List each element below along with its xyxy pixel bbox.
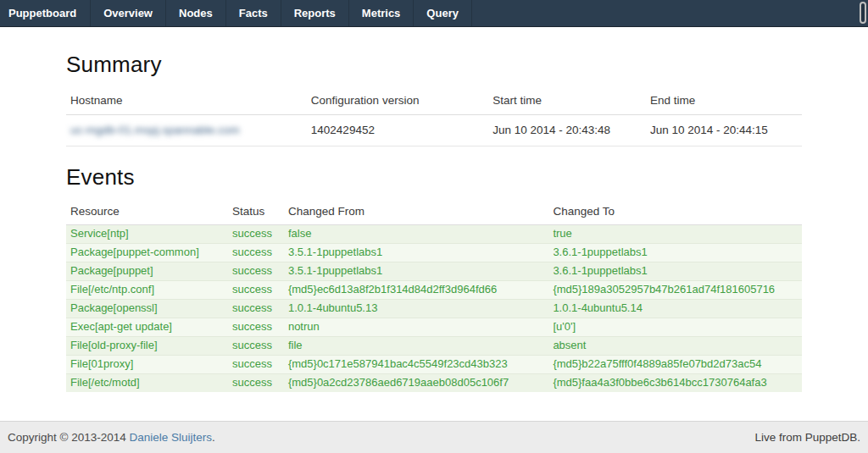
events-col-resource: Resource — [66, 201, 228, 225]
summary-col-hostname: Hostname — [66, 89, 307, 115]
navbar: Puppetboard Overview Nodes Facts Reports… — [0, 0, 868, 27]
resource-cell: Package[puppet] — [66, 262, 228, 281]
resource-cell: File[/etc/motd] — [66, 374, 228, 393]
events-heading: Events — [66, 164, 802, 191]
changed-to-cell: 3.6.1-1puppetlabs1 — [548, 244, 802, 262]
resource-cell: Package[puppet-common] — [66, 244, 228, 262]
nav-item-overview[interactable]: Overview — [91, 0, 166, 26]
live-from-puppetdb-text: Live from PuppetDB. — [754, 422, 860, 453]
changed-from-cell: {md5}0c171e587941bac4c5549f23cd43b323 — [284, 356, 548, 374]
event-row: Package[puppet]success3.5.1-1puppetlabs1… — [66, 262, 802, 281]
summary-heading: Summary — [66, 52, 802, 78]
event-row: Service[ntp]successfalsetrue — [66, 225, 802, 244]
changed-from-cell: 3.5.1-1puppetlabs1 — [284, 262, 548, 281]
status-cell: success — [228, 244, 284, 262]
end-time-cell: Jun 10 2014 - 20:44:15 — [646, 115, 802, 146]
hostname-cell: uc-mgdb-01.mspj.spannable.com — [66, 115, 307, 146]
changed-to-cell: {md5}faa4a3f0bbe6c3b614bcc1730764afa3 — [548, 374, 802, 393]
changed-from-cell: 3.5.1-1puppetlabs1 — [284, 244, 548, 262]
main-content: Summary Hostname Configuration version S… — [66, 52, 802, 392]
resource-cell: File[/etc/ntp.conf] — [66, 281, 228, 300]
summary-row: uc-mgdb-01.mspj.spannable.com 1402429452… — [66, 115, 802, 146]
resource-cell: File[01proxy] — [66, 356, 228, 374]
status-cell: success — [228, 300, 284, 318]
summary-col-config-version: Configuration version — [307, 89, 488, 115]
changed-from-cell: 1.0.1-4ubuntu5.13 — [284, 300, 548, 318]
changed-to-cell: {md5}b22a75fff0f4889a85fe07bd2d73ac54 — [548, 356, 802, 374]
summary-header-row: Hostname Configuration version Start tim… — [66, 89, 802, 115]
nav-item-metrics[interactable]: Metrics — [349, 0, 415, 26]
nav-item-nodes[interactable]: Nodes — [166, 0, 226, 26]
status-cell: success — [228, 337, 284, 356]
resource-cell: Exec[apt-get update] — [66, 318, 228, 337]
status-cell: success — [228, 318, 284, 337]
status-cell: success — [228, 281, 284, 300]
changed-to-cell: true — [548, 225, 802, 244]
vertical-scrollbar-thumb[interactable] — [860, 2, 866, 24]
changed-to-cell: absent — [548, 337, 802, 356]
event-row: Exec[apt-get update]successnotrun[u'0'] — [66, 318, 802, 337]
changed-from-cell: {md5}0a2cd23786aed6719aaeb08d05c106f7 — [284, 374, 548, 393]
changed-to-cell: {md5}189a3052957b47b261ad74f181605716 — [548, 281, 802, 300]
nav-item-facts[interactable]: Facts — [226, 0, 281, 26]
start-time-cell: Jun 10 2014 - 20:43:48 — [488, 115, 646, 146]
resource-cell: File[old-proxy-file] — [66, 337, 228, 356]
resource-cell: Package[openssl] — [66, 300, 228, 318]
summary-table: Hostname Configuration version Start tim… — [66, 89, 802, 146]
summary-col-end-time: End time — [646, 89, 802, 115]
status-cell: success — [228, 374, 284, 393]
changed-from-cell: file — [284, 337, 548, 356]
events-table-body: Service[ntp]successfalsetruePackage[pupp… — [66, 225, 802, 393]
resource-cell: Service[ntp] — [66, 225, 228, 244]
summary-col-start-time: Start time — [488, 89, 646, 115]
changed-from-cell: false — [284, 225, 548, 244]
status-cell: success — [228, 262, 284, 281]
nav-item-reports[interactable]: Reports — [281, 0, 349, 26]
event-row: File[01proxy]success{md5}0c171e587941bac… — [66, 356, 802, 374]
changed-from-cell: notrun — [284, 318, 548, 337]
event-row: File[old-proxy-file]successfileabsent — [66, 337, 802, 356]
config-version-cell: 1402429452 — [307, 115, 488, 146]
navbar-brand[interactable]: Puppetboard — [0, 0, 91, 26]
event-row: File[/etc/ntp.conf]success{md5}ec6d13a8f… — [66, 281, 802, 300]
status-cell: success — [228, 225, 284, 244]
event-row: Package[openssl]success1.0.1-4ubuntu5.13… — [66, 300, 802, 318]
author-link[interactable]: Daniele Sluijters — [130, 431, 213, 444]
events-col-changed-from: Changed From — [284, 201, 548, 225]
changed-to-cell: [u'0'] — [548, 318, 802, 337]
copyright-text: Copyright © 2013-2014 Daniele Sluijters. — [8, 431, 215, 444]
events-header-row: Resource Status Changed From Changed To — [66, 201, 802, 225]
changed-to-cell: 1.0.1-4ubuntu5.14 — [548, 300, 802, 318]
nav-item-query[interactable]: Query — [414, 0, 472, 26]
event-row: File[/etc/motd]success{md5}0a2cd23786aed… — [66, 374, 802, 393]
status-cell: success — [228, 356, 284, 374]
events-col-changed-to: Changed To — [548, 201, 802, 225]
events-col-status: Status — [228, 201, 284, 225]
changed-from-cell: {md5}ec6d13a8f2b1f314d84d2ff3d964fd66 — [284, 281, 548, 300]
events-table: Resource Status Changed From Changed To … — [66, 201, 802, 392]
footer: Copyright © 2013-2014 Daniele Sluijters.… — [0, 421, 868, 453]
hostname-link-blurred[interactable]: uc-mgdb-01.mspj.spannable.com — [70, 124, 240, 136]
changed-to-cell: 3.6.1-1puppetlabs1 — [548, 262, 802, 281]
event-row: Package[puppet-common]success3.5.1-1pupp… — [66, 244, 802, 262]
